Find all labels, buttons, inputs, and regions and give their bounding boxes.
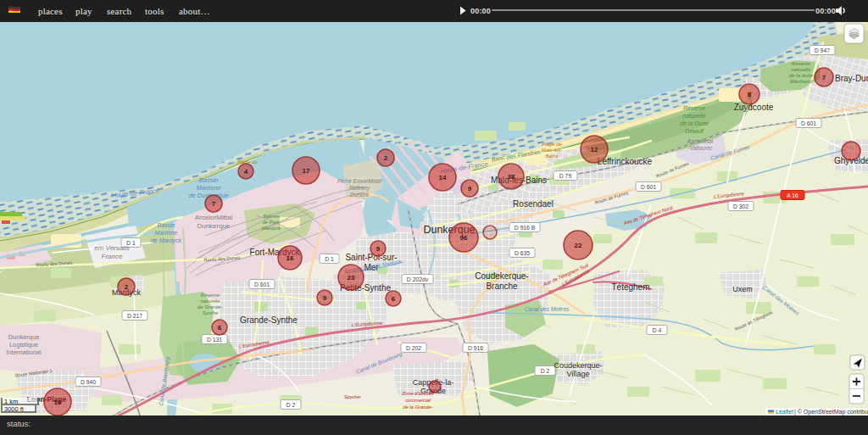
svg-text:6: 6 xyxy=(392,295,396,303)
svg-text:9: 9 xyxy=(468,185,472,192)
svg-text:Dunkerque: Dunkerque xyxy=(8,333,40,341)
svg-text:Coudekerque-: Coudekerque- xyxy=(475,271,528,281)
svg-text:A 16: A 16 xyxy=(787,192,798,198)
svg-text:Ascometal: Ascometal xyxy=(687,138,714,144)
svg-text:Synthe: Synthe xyxy=(203,310,219,315)
svg-text:Réserve: Réserve xyxy=(683,105,705,111)
svg-text:D 2: D 2 xyxy=(287,402,296,408)
svg-text:2: 2 xyxy=(125,283,129,291)
svg-text:naturelle: naturelle xyxy=(200,298,220,304)
svg-text:de la dune: de la dune xyxy=(789,73,814,78)
svg-text:Mardyck: Mardyck xyxy=(262,226,282,231)
svg-text:23: 23 xyxy=(348,274,355,282)
svg-text:Zone d'accueil: Zone d'accueil xyxy=(401,391,434,396)
svg-text:Canal des Moëres: Canal des Moëres xyxy=(525,306,570,312)
svg-text:Coudekerque-: Coudekerque- xyxy=(554,361,602,370)
svg-text:Téteghem: Téteghem xyxy=(611,282,649,292)
svg-text:D 131: D 131 xyxy=(207,337,222,343)
svg-text:3000 ft: 3000 ft xyxy=(4,405,25,413)
svg-text:| © OpenStreetMap contributors: | © OpenStreetMap contributors xyxy=(794,409,868,415)
svg-text:D 940: D 940 xyxy=(81,379,96,385)
svg-text:1 km: 1 km xyxy=(4,398,18,405)
svg-text:de Grande-: de Grande- xyxy=(198,304,223,310)
svg-text:38: 38 xyxy=(508,173,515,181)
svg-text:16: 16 xyxy=(54,399,62,406)
svg-text:Réserve: Réserve xyxy=(792,61,811,66)
svg-text:14: 14 xyxy=(439,174,447,181)
svg-text:D 916 B: D 916 B xyxy=(515,225,536,231)
svg-text:Refinery: Refinery xyxy=(349,185,370,192)
svg-text:ArcelorMittal: ArcelorMittal xyxy=(195,214,233,221)
svg-text:-Vallourec: -Vallourec xyxy=(687,145,713,151)
svg-text:commercial: commercial xyxy=(405,398,431,403)
svg-text:Village: Village xyxy=(567,370,590,378)
svg-text:Bassin: Bassin xyxy=(157,222,175,228)
svg-text:17: 17 xyxy=(303,167,310,175)
svg-text:16: 16 xyxy=(287,254,294,262)
svg-text:D 635: D 635 xyxy=(515,250,530,256)
svg-text:naturelle: naturelle xyxy=(683,113,706,119)
svg-text:Bray-Dunes: Bray-Dunes xyxy=(835,74,868,83)
svg-text:D 202: D 202 xyxy=(406,345,421,351)
svg-text:em Versalis: em Versalis xyxy=(94,244,130,252)
svg-text:7: 7 xyxy=(822,74,826,81)
svg-text:Rosendael: Rosendael xyxy=(513,199,554,209)
svg-text:de Fort-: de Fort- xyxy=(262,220,280,225)
svg-text:France: France xyxy=(102,253,123,260)
svg-text:Maritime: Maritime xyxy=(197,184,221,192)
svg-text:Logistique: Logistique xyxy=(9,341,38,349)
svg-text:96: 96 xyxy=(460,234,468,242)
svg-text:Marchand: Marchand xyxy=(790,79,813,84)
svg-text:D 601: D 601 xyxy=(641,184,656,190)
svg-text:Dunkirk: Dunkirk xyxy=(350,192,370,198)
svg-text:D 601: D 601 xyxy=(801,120,816,126)
svg-text:Malo-les-: Malo-les- xyxy=(542,148,563,153)
svg-text:naturelle: naturelle xyxy=(791,67,811,72)
svg-text:12: 12 xyxy=(591,146,598,153)
svg-text:Réserve: Réserve xyxy=(201,293,220,298)
svg-text:D 202dv: D 202dv xyxy=(407,276,429,282)
svg-text:D 601: D 601 xyxy=(254,282,270,287)
svg-text:de la Dune: de la Dune xyxy=(680,120,709,126)
svg-text:Leaflet: Leaflet xyxy=(776,409,793,415)
svg-text:Leffrinckoucke: Leffrinckoucke xyxy=(598,157,653,166)
svg-text:7: 7 xyxy=(212,200,216,208)
svg-text:Salines: Salines xyxy=(263,214,280,219)
svg-text:Dewulf: Dewulf xyxy=(685,128,704,134)
svg-text:D 4: D 4 xyxy=(653,327,662,333)
svg-text:D 916: D 916 xyxy=(468,345,483,351)
svg-text:Bassin: Bassin xyxy=(199,176,219,184)
svg-text:de la Grande-: de la Grande- xyxy=(403,404,433,410)
svg-text:Uxem: Uxem xyxy=(732,285,753,293)
svg-text:6: 6 xyxy=(218,324,222,332)
svg-text:Plage de: Plage de xyxy=(542,142,562,147)
svg-text:Maritime: Maritime xyxy=(155,230,178,236)
svg-text:D 2: D 2 xyxy=(541,368,550,374)
svg-text:Grande-Synthe: Grande-Synthe xyxy=(240,315,298,325)
svg-text:2: 2 xyxy=(384,154,388,162)
svg-text:D 947: D 947 xyxy=(815,47,830,53)
svg-text:Spycker: Spycker xyxy=(344,394,362,399)
svg-text:D 1: D 1 xyxy=(325,256,334,262)
svg-text:D 302: D 302 xyxy=(733,204,748,209)
svg-text:8: 8 xyxy=(748,91,752,98)
svg-text:Branche: Branche xyxy=(486,282,518,291)
svg-text:4: 4 xyxy=(244,168,248,176)
svg-text:Dunkerque: Dunkerque xyxy=(197,222,231,230)
svg-text:de Mardyck: de Mardyck xyxy=(151,237,182,244)
svg-text:International: International xyxy=(6,349,42,356)
svg-text:22: 22 xyxy=(575,242,582,249)
svg-text:Bains: Bains xyxy=(545,153,558,159)
svg-text:D 217: D 217 xyxy=(127,313,142,319)
svg-text:9: 9 xyxy=(323,294,327,302)
svg-text:Frche ExxonMobil: Frche ExxonMobil xyxy=(337,178,382,184)
svg-text:9: 9 xyxy=(376,245,381,253)
svg-text:D 79: D 79 xyxy=(559,173,572,179)
